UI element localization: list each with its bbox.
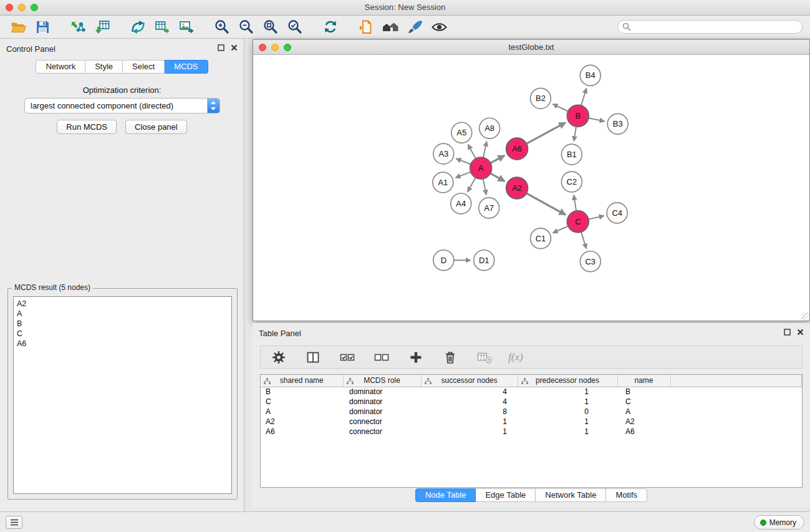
first-neighbors-button[interactable] — [380, 17, 401, 37]
node-table-row[interactable]: Adominator80A — [261, 407, 802, 417]
table-tabs: Node Table Edge Table Network Table Moti… — [253, 488, 810, 502]
mcds-result-item[interactable]: B — [17, 319, 228, 329]
close-panel-button[interactable]: Close panel — [125, 120, 187, 134]
tab-edge-table[interactable]: Edge Table — [476, 488, 536, 502]
graph-node-label: A8 — [485, 123, 494, 133]
column-header-filler — [670, 375, 802, 387]
graph-node-label: B4 — [586, 70, 595, 80]
open-folder-icon — [10, 19, 27, 36]
hamburger-icon — [10, 519, 19, 526]
import-network-icon — [70, 19, 87, 36]
node-table-row[interactable]: A2connector11A2 — [261, 417, 802, 427]
network-window-controls — [259, 44, 291, 51]
status-menu-button[interactable] — [6, 516, 22, 529]
close-window-button[interactable] — [6, 4, 13, 11]
graph-node-label: B3 — [613, 119, 623, 128]
show-columns-button[interactable] — [302, 347, 324, 367]
close-table-panel-button[interactable] — [797, 329, 804, 336]
zoom-selected-icon — [287, 19, 303, 35]
table-cell-filler — [670, 427, 802, 437]
delete-table-icon — [476, 350, 493, 365]
search-field — [617, 20, 803, 34]
memory-status-icon — [760, 520, 766, 526]
tab-network-table[interactable]: Network Table — [536, 488, 606, 502]
zoom-selected-button[interactable] — [284, 17, 306, 37]
export-table-button[interactable] — [152, 17, 173, 37]
tab-motifs[interactable]: Motifs — [606, 488, 647, 502]
apply-style-button[interactable] — [404, 17, 425, 37]
select-all-columns-button[interactable] — [337, 347, 358, 367]
node-table-row[interactable]: A6connector11A6 — [261, 427, 802, 437]
table-cell: 1 — [518, 427, 617, 437]
mcds-result-group: MCDS result (5 nodes) A2ABCA6 — [7, 288, 238, 500]
column-header-shared-name[interactable]: shared name — [261, 375, 343, 387]
table-settings-button[interactable] — [268, 347, 289, 367]
table-header-row: shared name MCDS role successor nodes pr… — [261, 375, 802, 387]
network-snapshot-button[interactable] — [355, 17, 377, 37]
network-view-canvas[interactable]: AA1A2A3A4A5A6A7A8BB1B2B3B4CC1C2C3C4DD1 — [253, 56, 809, 321]
refresh-view-button[interactable] — [320, 17, 341, 37]
zoom-in-button[interactable] — [211, 17, 233, 37]
table-cell-filler — [670, 407, 802, 417]
memory-button[interactable]: Memory — [754, 515, 804, 530]
graph-node-label: A6 — [512, 144, 522, 153]
tab-network[interactable]: Network — [36, 60, 85, 74]
mcds-result-item[interactable]: C — [17, 329, 228, 339]
unselect-all-columns-button[interactable] — [371, 347, 392, 367]
network-window-titlebar[interactable]: testGlobe.txt — [253, 40, 809, 55]
column-header-name[interactable]: name — [617, 375, 670, 387]
resize-grip[interactable] — [801, 312, 809, 321]
tab-style[interactable]: Style — [85, 60, 123, 74]
attribute-type-icon — [264, 378, 271, 384]
mcds-result-list[interactable]: A2ABCA6 — [13, 296, 232, 494]
table-cell: B — [617, 387, 670, 397]
table-cell: dominator — [343, 387, 421, 397]
table-cell: dominator — [343, 407, 421, 417]
search-input[interactable] — [617, 20, 803, 34]
network-close-button[interactable] — [259, 44, 266, 51]
export-image-button[interactable] — [176, 17, 197, 37]
save-session-button[interactable] — [32, 17, 53, 37]
graph-node-label: A4 — [456, 199, 466, 208]
float-panel-button[interactable] — [218, 44, 224, 51]
import-network-from-file-button[interactable] — [67, 17, 89, 37]
function-builder-button[interactable]: f(x) — [508, 351, 523, 364]
network-minimize-button[interactable] — [271, 44, 279, 51]
create-column-button[interactable] — [405, 347, 427, 367]
delete-columns-button[interactable] — [440, 347, 461, 367]
column-header-mcds-role[interactable]: MCDS role — [343, 375, 421, 387]
mcds-result-item[interactable]: A — [17, 309, 228, 319]
table-cell: 0 — [518, 407, 617, 417]
tab-select[interactable]: Select — [123, 60, 165, 74]
mcds-result-item[interactable]: A6 — [17, 339, 228, 349]
graph-node-label: A2 — [512, 183, 522, 193]
zoom-window-button[interactable] — [31, 4, 38, 11]
close-panel-icon-button[interactable] — [231, 44, 238, 51]
network-graph[interactable]: AA1A2A3A4A5A6A7A8BB1B2B3B4CC1C2C3C4DD1 — [253, 56, 809, 321]
node-table-row[interactable]: Cdominator41C — [261, 397, 802, 407]
run-mcds-button[interactable]: Run MCDS — [57, 120, 117, 134]
zoom-fit-button[interactable] — [260, 17, 281, 37]
table-panel-title: Table Panel — [259, 329, 301, 338]
table-cell: 1 — [518, 387, 617, 397]
open-session-button[interactable] — [7, 17, 29, 37]
minimize-window-button[interactable] — [18, 4, 26, 11]
plus-icon — [409, 351, 423, 364]
column-header-successor-nodes[interactable]: successor nodes — [421, 375, 518, 387]
column-header-predecessor-nodes[interactable]: predecessor nodes — [518, 375, 617, 387]
gear-icon — [271, 350, 286, 365]
float-table-panel-button[interactable] — [784, 329, 791, 336]
tab-mcds[interactable]: MCDS — [165, 60, 208, 74]
network-zoom-button[interactable] — [284, 44, 291, 51]
show-hide-button[interactable] — [428, 17, 450, 37]
import-table-from-file-button[interactable] — [92, 17, 113, 37]
zoom-out-button[interactable] — [236, 17, 257, 37]
tab-node-table[interactable]: Node Table — [415, 488, 476, 502]
delete-table-button[interactable] — [474, 347, 495, 367]
mcds-result-item[interactable]: A2 — [17, 299, 228, 309]
node-table-row[interactable]: Bdominator41B — [261, 387, 802, 397]
graph-node-label: C4 — [612, 208, 622, 218]
criterion-dropdown[interactable]: largest connected component (directed) — [24, 98, 220, 114]
export-network-button[interactable] — [127, 17, 148, 37]
graph-node-label: B2 — [536, 94, 546, 103]
